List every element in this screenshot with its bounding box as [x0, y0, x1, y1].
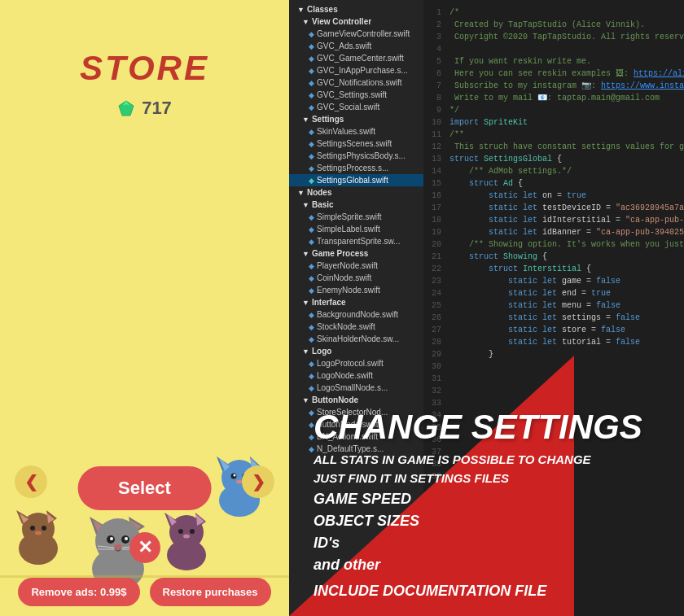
cat-left — [12, 506, 65, 567]
tree-item-classes: ▼ Classes — [289, 3, 423, 15]
overlay-list-item-4: and other — [314, 554, 660, 576]
svg-point-20 — [125, 537, 128, 540]
svg-point-21 — [114, 544, 122, 549]
tree-item-enemynode[interactable]: ◆ EnemyNode.swift — [289, 284, 423, 296]
next-cat-button[interactable]: ❯ — [242, 465, 274, 498]
tree-item-settings: ▼ Settings — [289, 113, 423, 125]
overlay-list-item-3: ID's — [314, 532, 660, 554]
overlay-subtitle: ALL STATS IN GAME IS POSSIBLE TO CHANGE — [314, 451, 660, 468]
select-button[interactable]: Select — [77, 466, 212, 510]
tree-item-settingsphysics[interactable]: ◆ SettingsPhysicsBody.s... — [289, 150, 423, 162]
tree-item-gameprocess: ▼ Game Process — [289, 247, 423, 260]
overlay-subtitle2: JUST FIND IT IN SETTINGS FILES — [314, 470, 660, 487]
tree-item-gvc-notif[interactable]: ◆ GVC_Notifications.swift — [289, 76, 423, 89]
tree-item-playernode[interactable]: ◆ PlayerNode.swift — [289, 260, 423, 272]
overlay-title: CHANGE SETTINGS — [314, 410, 660, 444]
tree-item-simplelabel[interactable]: ◆ SimpleLabel.swift — [289, 223, 423, 235]
right-panel: ▼ Classes ▼ View Controller ◆ GameViewCo… — [289, 0, 684, 616]
close-button[interactable]: ✕ — [129, 532, 160, 563]
tree-item-stocknode[interactable]: ◆ StockNode.swift — [289, 321, 423, 333]
tree-item-gvc-settings[interactable]: ◆ GVC_Settings.swift — [289, 89, 423, 101]
svg-point-7 — [42, 526, 46, 531]
tree-item-skinvalues[interactable]: ◆ SkinValues.swift — [289, 125, 423, 138]
remove-ads-button[interactable]: Remove ads: 0.99$ — [18, 578, 139, 606]
store-panel: STORE 717 — [0, 0, 289, 616]
tree-item-basic: ▼ Basic — [289, 199, 423, 211]
tree-item-settingsscenes[interactable]: ◆ SettingsScenes.swift — [289, 138, 423, 150]
svg-point-30 — [178, 529, 183, 534]
overlay-text: CHANGE SETTINGS ALL STATS IN GAME IS POS… — [289, 356, 684, 616]
gem-count: 717 — [142, 98, 172, 119]
svg-point-6 — [30, 526, 35, 531]
gem-row: 717 — [117, 98, 172, 119]
gem-icon — [117, 99, 135, 117]
cat-right-brown — [159, 508, 214, 571]
tree-item-coinnode[interactable]: ◆ CoinNode.swift — [289, 272, 423, 284]
tree-item-interface: ▼ Interface — [289, 296, 423, 308]
overlay-list: GAME SPEED OBJECT SIZES ID's and other — [314, 488, 660, 576]
svg-point-31 — [190, 529, 195, 534]
overlay-list-item-2: OBJECT SIZES — [314, 510, 660, 532]
tree-item-settingsprocess[interactable]: ◆ SettingsProcess.s... — [289, 162, 423, 174]
tree-item-settingsglobal[interactable]: ◆ SettingsGlobal.swift — [289, 174, 423, 186]
svg-point-32 — [183, 535, 190, 539]
overlay-list-item-1: GAME SPEED — [314, 488, 660, 510]
tree-item-gvc-gc[interactable]: ◆ GVC_GameCenter.swift — [289, 52, 423, 64]
tree-item-viewcontroller: ▼ View Controller — [289, 15, 423, 28]
tree-item-gamevc[interactable]: ◆ GameViewController.swift — [289, 28, 423, 40]
overlay-footer: INCLUDE DOCUMENTATION FILE — [314, 583, 660, 600]
tree-item-nodes: ▼ Nodes — [289, 186, 423, 199]
tree-item-transparentsprite[interactable]: ◆ TransparentSprite.sw... — [289, 235, 423, 247]
svg-point-8 — [35, 531, 42, 535]
restore-purchases-button[interactable]: Restore purchases — [150, 578, 271, 606]
prev-cat-button[interactable]: ❮ — [15, 465, 47, 498]
bottom-buttons: Remove ads: 0.99$ Restore purchases — [0, 578, 289, 606]
svg-point-41 — [234, 474, 236, 477]
svg-point-19 — [110, 537, 113, 540]
tree-item-skinaholdernode[interactable]: ◆ SkinaHolderNode.sw... — [289, 333, 423, 345]
tree-item-bgnode[interactable]: ◆ BackgroundNode.swift — [289, 308, 423, 321]
tree-item-gvc-social[interactable]: ◆ GVC_Social.swift — [289, 101, 423, 113]
tree-item-simplesprite[interactable]: ◆ SimpleSprite.swift — [289, 211, 423, 223]
tree-item-gvc-iap[interactable]: ◆ GVC_InAppPurchase.s... — [289, 64, 423, 76]
tree-item-gvc-ads[interactable]: ◆ GVC_Ads.swift — [289, 40, 423, 52]
store-title: STORE — [80, 49, 209, 88]
